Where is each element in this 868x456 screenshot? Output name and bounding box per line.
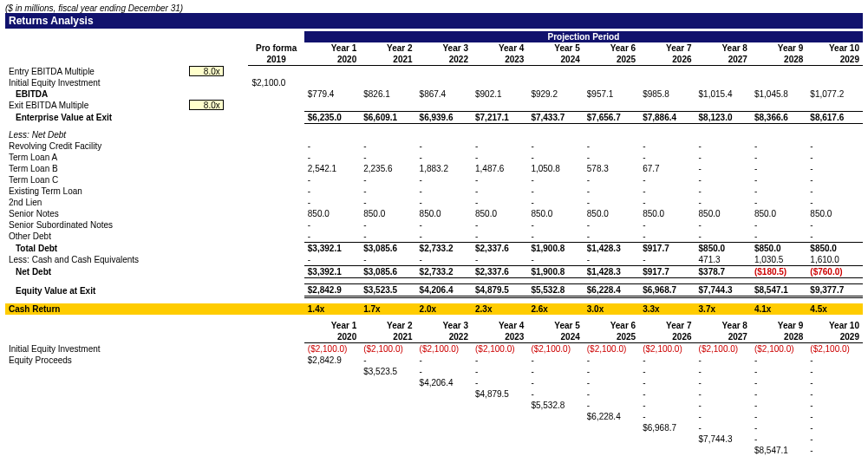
- ev-exit-y10: $8,617.6: [806, 112, 863, 124]
- totdebt-label: Total Debt: [5, 243, 186, 255]
- tlb-label: Term Loan B: [5, 163, 186, 174]
- col-year4-name: Year 4: [472, 42, 527, 54]
- initial-equity-value: $2,100.0: [248, 77, 303, 88]
- col-year7-name: Year 7: [639, 42, 695, 54]
- col-year8-name: Year 8: [695, 42, 751, 54]
- row-eq-proceeds-9: $8,547.1-: [5, 445, 863, 456]
- ev-exit-y9: $8,366.6: [751, 112, 806, 124]
- extl-label: Existing Term Loan: [5, 186, 186, 197]
- row-eq-proceeds-3: $4,206.4-------: [5, 377, 863, 388]
- eqexit-label: Equity Value at Exit: [5, 284, 186, 297]
- tla-label: Term Loan A: [5, 152, 186, 163]
- year-number-row: 2019 2020 2021 2022 2023 2024 2025 2026 …: [5, 54, 863, 66]
- lesscash-label: Less: Cash and Cash Equivalents: [5, 254, 186, 266]
- ev-exit-y1: $6,235.0: [304, 112, 360, 124]
- srsub-label: Senior Subordinated Notes: [5, 219, 186, 231]
- col-year3-name: Year 3: [416, 42, 472, 54]
- row-2nd-lien: 2nd Lien----------: [5, 197, 863, 208]
- col-year1-year: 2020: [304, 54, 360, 66]
- row-eq-proceeds-5: $5,532.8-----: [5, 400, 863, 411]
- ebitda-y9: $1,045.8: [751, 88, 806, 100]
- less-net-debt-label: Less: Net Debt: [5, 129, 186, 140]
- col-year9-name: Year 9: [751, 42, 806, 54]
- row-total-debt: Total Debt $3,392.1$3,085.6$2,733.2$2,33…: [5, 243, 863, 255]
- col-year2-year: 2021: [360, 54, 415, 66]
- tlc-label: Term Loan C: [5, 174, 186, 186]
- row-equity-value-exit: Equity Value at Exit $2,842.9$3,523.5$4,…: [5, 284, 863, 297]
- exit-multiple-input[interactable]: 8.0x: [189, 100, 224, 110]
- row-less-cash: Less: Cash and Cash Equivalents-------47…: [5, 254, 863, 266]
- row-initial-equity-investment: Initial Equity Investment $2,100.0: [5, 77, 863, 88]
- netdebt-label: Net Debt: [5, 266, 186, 278]
- col-year6-name: Year 6: [584, 42, 639, 54]
- srnotes-label: Senior Notes: [5, 208, 186, 219]
- col-year5-name: Year 5: [527, 42, 583, 54]
- row-existing-tl: Existing Term Loan----------: [5, 186, 863, 197]
- col-year1-name: Year 1: [304, 42, 360, 54]
- entry-multiple-label: Entry EBITDA Multiple: [5, 66, 186, 78]
- col-year4-year: 2023: [472, 54, 527, 66]
- returns-table: Projection Period Pro forma Year 1 Year …: [5, 29, 863, 456]
- row-senior-sub-notes: Senior Subordinated Notes----------: [5, 219, 863, 231]
- ebitda-label: EBITDA: [5, 88, 186, 100]
- initial-equity-label: Initial Equity Investment: [5, 77, 186, 88]
- ev-exit-y6: $7,656.7: [584, 112, 639, 124]
- lien2-label: 2nd Lien: [5, 197, 186, 208]
- page-subtitle: ($ in millions, fiscal year ending Decem…: [5, 3, 863, 13]
- eqproceeds-label: Equity Proceeds: [5, 355, 186, 366]
- col-year3-year: 2022: [416, 54, 472, 66]
- ev-exit-y3: $6,939.6: [416, 112, 472, 124]
- row-eq-proceeds-4: $4,879.5------: [5, 388, 863, 400]
- ev-exit-y4: $7,217.1: [472, 112, 527, 124]
- row-exit-multiple: Exit EBITDA Multiple 8.0x: [5, 100, 863, 112]
- row-eq-proceeds-1: Equity Proceeds$2,842.9---------: [5, 355, 863, 366]
- row-eq-proceeds-6: $6,228.4----: [5, 411, 863, 422]
- col-year10-year: 2029: [806, 54, 863, 66]
- col-year7-year: 2026: [639, 54, 695, 66]
- col-year10-name: Year 10: [806, 42, 863, 54]
- sec2-initeq-label: Initial Equity Investment: [5, 343, 186, 355]
- year-name-row: Pro forma Year 1 Year 2 Year 3 Year 4 Ye…: [5, 42, 863, 54]
- ebitda-y3: $867.4: [416, 88, 472, 100]
- sec2-year-name-row: Year 1Year 2Year 3Year 4Year 5Year 6Year…: [5, 320, 863, 331]
- section-title-bar: Returns Analysis: [5, 13, 863, 29]
- ebitda-y6: $957.1: [584, 88, 639, 100]
- row-eq-proceeds-8: $7,744.3--: [5, 433, 863, 445]
- ev-exit-label: Enterprise Value at Exit: [5, 112, 186, 124]
- ebitda-y8: $1,015.4: [695, 88, 751, 100]
- row-ebitda: EBITDA $779.4 $826.1 $867.4 $902.1 $929.…: [5, 88, 863, 100]
- col-year6-year: 2025: [584, 54, 639, 66]
- ebitda-y7: $985.8: [639, 88, 695, 100]
- ev-exit-y8: $8,123.0: [695, 112, 751, 124]
- sec2-year-number-row: 2020202120222023202420252026202720282029: [5, 331, 863, 343]
- cashreturn-label: Cash Return: [5, 303, 186, 315]
- ev-exit-y2: $6,609.1: [360, 112, 415, 124]
- ebitda-y10: $1,077.2: [806, 88, 863, 100]
- row-ev-exit: Enterprise Value at Exit $6,235.0 $6,609…: [5, 112, 863, 124]
- row-tl-c: Term Loan C----------: [5, 174, 863, 186]
- ebitda-y4: $902.1: [472, 88, 527, 100]
- col-year9-year: 2028: [751, 54, 806, 66]
- row-eq-proceeds-7: $6,968.7---: [5, 422, 863, 433]
- exit-multiple-label: Exit EBITDA Multiple: [5, 100, 186, 112]
- ev-exit-y5: $7,433.7: [527, 112, 583, 124]
- row-sec2-initeq: Initial Equity Investment ($2,100.0)($2,…: [5, 343, 863, 355]
- ev-exit-y7: $7,886.4: [639, 112, 695, 124]
- row-other-debt: Other Debt----------: [5, 231, 863, 243]
- row-tl-b: Term Loan B2,542.12,235.61,883.21,487.61…: [5, 163, 863, 174]
- row-entry-multiple: Entry EBITDA Multiple 8.0x: [5, 66, 863, 78]
- col-year2-name: Year 2: [360, 42, 415, 54]
- row-net-debt: Net Debt $3,392.1$3,085.6$2,733.2$2,337.…: [5, 266, 863, 278]
- revolver-label: Revolving Credit Facility: [5, 140, 186, 152]
- row-eq-proceeds-2: $3,523.5--------: [5, 366, 863, 377]
- projection-period-label: Projection Period: [304, 31, 863, 42]
- row-revolver: Revolving Credit Facility----------: [5, 140, 863, 152]
- projection-period-header-row: Projection Period: [5, 31, 863, 42]
- col-year5-year: 2024: [527, 54, 583, 66]
- entry-multiple-input[interactable]: 8.0x: [189, 66, 224, 76]
- ebitda-y5: $929.2: [527, 88, 583, 100]
- ebitda-y2: $826.1: [360, 88, 415, 100]
- proforma-head-2: 2019: [248, 54, 303, 66]
- row-tl-a: Term Loan A----------: [5, 152, 863, 163]
- ebitda-y1: $779.4: [304, 88, 360, 100]
